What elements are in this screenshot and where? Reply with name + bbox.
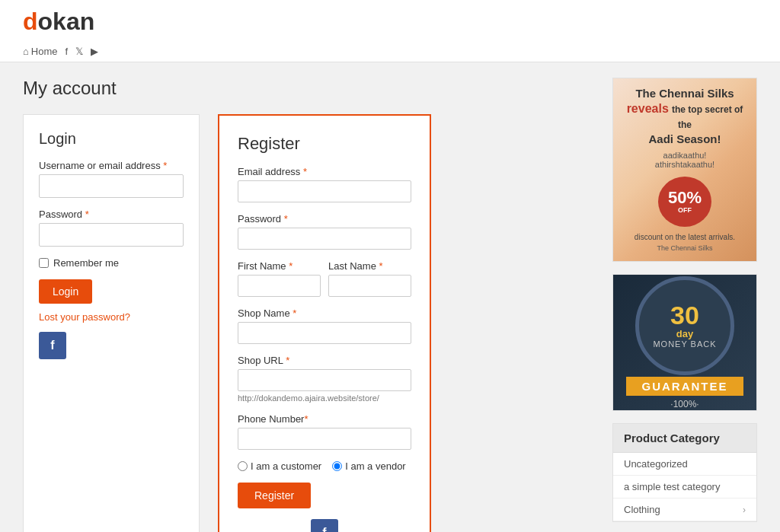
nav-home[interactable]: ⌂ Home [23, 46, 58, 57]
register-email-group: Email address * [238, 166, 411, 202]
middle-area: Login Username or email address * Passwo… [23, 114, 597, 532]
login-section: Login Username or email address * Passwo… [23, 114, 200, 532]
register-button[interactable]: Register [238, 483, 311, 508]
ad-brand: The Chennai Silks [657, 244, 712, 253]
discount-off: OFF [678, 206, 692, 214]
remember-me-checkbox[interactable] [39, 258, 49, 268]
list-item[interactable]: Clothing › [613, 499, 756, 521]
guarantee-days: 30 [670, 302, 699, 328]
shopname-input[interactable] [238, 322, 411, 344]
customer-label: I am a customer [251, 460, 321, 472]
list-item[interactable]: Uncategorized [613, 453, 756, 476]
guarantee-badge: 30 day MONEY BACK GUARANTEE ·100%· [612, 274, 757, 411]
nav-youtube[interactable]: ▶ [91, 46, 98, 57]
logo-d: d [23, 8, 38, 35]
ad-image: The Chennai Silks reveals the top secret… [613, 78, 756, 261]
site-logo: dokan [23, 9, 757, 41]
register-password-input[interactable] [238, 228, 411, 250]
sidebar-ad: The Chennai Silks reveals the top secret… [612, 78, 757, 262]
lastname-label: Last Name * [328, 260, 411, 272]
twitter-icon: 𝕏 [75, 46, 83, 57]
youtube-icon: ▶ [91, 46, 98, 57]
ad-tagline: discount on the latest arrivals. [635, 233, 735, 241]
username-label: Username or email address * [39, 160, 184, 171]
shopurl-hint: http://dokandemo.ajaira.website/store/ [238, 393, 411, 403]
vendor-radio[interactable] [332, 461, 342, 471]
site-nav: ⌂ Home f 𝕏 ▶ [23, 41, 757, 62]
vendor-label: I am a vendor [345, 460, 406, 472]
shopname-label: Shop Name * [238, 307, 411, 319]
category-uncategorized: Uncategorized [624, 458, 688, 470]
role-group: I am a customer I am a vendor [238, 460, 411, 472]
lastname-group: Last Name * [328, 260, 411, 297]
home-icon: ⌂ [23, 46, 29, 57]
page-title: My account [23, 78, 597, 99]
phone-label: Phone Number* [238, 413, 411, 425]
product-category-list: Uncategorized a simple test category Clo… [613, 453, 756, 521]
register-section: Register Email address * Password * [218, 114, 431, 532]
guarantee-day-label: day [676, 328, 693, 339]
firstname-input[interactable] [238, 275, 321, 297]
nav-facebook[interactable]: f [66, 46, 69, 57]
login-facebook-button[interactable]: f [39, 332, 66, 359]
guarantee-ribbon: GUARANTEE [626, 377, 743, 396]
category-clothing: Clothing [624, 504, 660, 515]
register-password-label: Password * [238, 213, 411, 225]
guarantee-money-back: MONEY BACK [653, 339, 716, 349]
product-category-box: Product Category Uncategorized a simple … [612, 423, 757, 522]
firstname-label: First Name * [238, 260, 321, 272]
product-category-title: Product Category [613, 424, 756, 453]
register-email-label: Email address * [238, 166, 411, 177]
nav-twitter[interactable]: 𝕏 [75, 46, 83, 57]
customer-radio[interactable] [238, 461, 248, 471]
login-password-input[interactable] [39, 223, 184, 247]
facebook-icon: f [66, 46, 69, 57]
shopurl-group: Shop URL * http://dokandemo.ajaira.websi… [238, 355, 411, 403]
username-group: Username or email address * [39, 160, 184, 198]
site-header: dokan ⌂ Home f 𝕏 ▶ [0, 0, 780, 62]
chevron-right-icon: › [743, 505, 746, 515]
remember-me-group: Remember me [39, 257, 184, 269]
discount-pct: 50% [668, 190, 702, 206]
shopurl-input[interactable] [238, 369, 411, 391]
category-simple-test: a simple test category [624, 481, 720, 492]
guarantee-pct: ·100%· [670, 399, 698, 409]
name-row: First Name * Last Name * [238, 260, 411, 307]
remember-me-label: Remember me [53, 257, 119, 269]
register-password-group: Password * [238, 213, 411, 250]
shopname-group: Shop Name * [238, 307, 411, 344]
ad-50-badge: 50% OFF [658, 177, 711, 227]
login-title: Login [39, 130, 184, 148]
logo-rest: okan [38, 8, 95, 35]
customer-radio-label[interactable]: I am a customer [238, 460, 321, 472]
phone-group: Phone Number* [238, 413, 411, 450]
vendor-radio-label[interactable]: I am a vendor [332, 460, 406, 472]
sidebar: The Chennai Silks reveals the top secret… [612, 78, 757, 532]
password-label: Password * [39, 209, 184, 220]
register-fb-center: f [238, 519, 411, 532]
content-area: My account Login Username or email addre… [23, 78, 597, 532]
phone-input[interactable] [238, 428, 411, 450]
password-group: Password * [39, 209, 184, 247]
shopurl-label: Shop URL * [238, 355, 411, 366]
nav-home-label: Home [31, 46, 58, 57]
username-input[interactable] [39, 174, 184, 198]
list-item[interactable]: a simple test category [613, 476, 756, 499]
lost-password-link[interactable]: Lost your password? [39, 311, 184, 323]
register-email-input[interactable] [238, 180, 411, 202]
firstname-group: First Name * [238, 260, 321, 297]
login-button[interactable]: Login [39, 279, 92, 304]
badge-shape: 30 day MONEY BACK [635, 276, 734, 375]
ad-aadi: aadikaathu! athirshtakaathu! [655, 151, 714, 169]
register-title: Register [238, 134, 411, 154]
lastname-input[interactable] [328, 275, 411, 297]
register-facebook-button[interactable]: f [311, 519, 338, 532]
ad-title: The Chennai Silks reveals the top secret… [621, 86, 749, 146]
